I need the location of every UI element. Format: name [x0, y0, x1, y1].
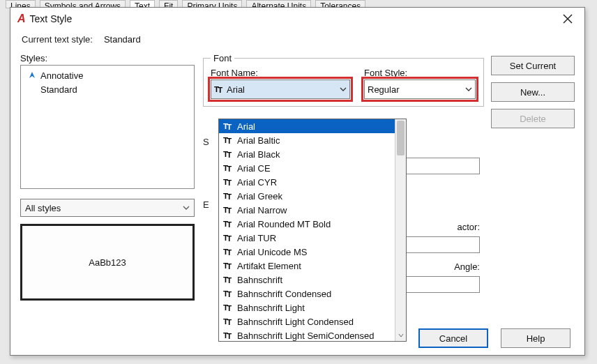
set-current-button[interactable]: Set Current [491, 56, 575, 75]
svg-text:T: T [227, 206, 232, 215]
oblique-angle-label-suffix: Angle: [454, 261, 480, 272]
truetype-icon: TT [223, 149, 233, 159]
truetype-icon: TT [223, 135, 233, 145]
font-option[interactable]: TTBahnschrift Condensed [219, 287, 406, 301]
truetype-icon: TT [223, 331, 233, 340]
font-option[interactable]: TTArial Rounded MT Bold [219, 217, 406, 231]
font-option[interactable]: TTArial Baltic [219, 133, 406, 147]
style-item-label: Standard [40, 84, 77, 95]
truetype-icon: TT [223, 289, 233, 298]
font-option[interactable]: TTBahnschrift Light SemiCondensed [219, 328, 406, 342]
svg-text:T: T [227, 276, 232, 285]
current-style-label: Current text style: [22, 34, 93, 45]
font-option[interactable]: TTBahnschrift Light [219, 301, 406, 314]
new-button[interactable]: New... [491, 82, 575, 102]
font-option[interactable]: TTArial Greek [219, 189, 406, 203]
chevron-down-icon [183, 204, 190, 211]
styles-filter-select[interactable]: All styles [20, 199, 195, 217]
font-option-label: Arial CYR [237, 177, 277, 188]
truetype-icon: TT [223, 317, 233, 326]
font-group: Font Font Name: TT Arial Font Style: [203, 53, 484, 107]
svg-text:T: T [227, 332, 232, 340]
font-style-label: Font Style: [364, 68, 476, 78]
styles-label: Styles: [20, 53, 195, 63]
font-option-label: Bahnschrift Light Condensed [237, 317, 354, 327]
truetype-icon: TT [223, 247, 233, 257]
font-option-label: Arial Narrow [237, 205, 287, 215]
styles-listbox[interactable]: Annotative Standard [20, 65, 195, 189]
font-name-label: Font Name: [211, 68, 350, 78]
svg-text:T: T [218, 86, 222, 94]
effects-group-prefix: E [203, 199, 209, 210]
close-icon [563, 14, 573, 24]
svg-text:T: T [227, 165, 232, 173]
font-option[interactable]: TTArial CYR [219, 175, 406, 189]
scroll-down-icon[interactable] [395, 330, 406, 341]
truetype-icon: TT [223, 303, 233, 312]
font-option[interactable]: TTArial CE [219, 161, 406, 175]
annotative-icon [28, 71, 36, 79]
truetype-icon: TT [223, 205, 233, 215]
font-name-value: Arial [227, 84, 245, 95]
current-style-value: Standard [104, 34, 141, 45]
svg-text:T: T [227, 179, 232, 187]
preview-text: AaBb123 [89, 257, 126, 268]
font-style-combo[interactable]: Regular [364, 79, 476, 99]
dialog-title: Text Style [30, 13, 558, 24]
svg-text:T: T [227, 318, 232, 326]
font-option-label: Artifakt Element [237, 261, 301, 271]
font-option-label: Arial Unicode MS [237, 247, 307, 257]
svg-text:T: T [227, 262, 232, 271]
cancel-button[interactable]: Cancel [418, 328, 488, 348]
font-option-label: Bahnschrift [237, 275, 282, 285]
svg-text:T: T [227, 123, 232, 131]
svg-text:T: T [227, 151, 232, 159]
font-option[interactable]: TTArial Black [219, 147, 406, 161]
font-option[interactable]: TTBahnschrift [219, 273, 406, 287]
titlebar: A Text Style [10, 8, 584, 30]
preview-box: AaBb123 [20, 224, 195, 301]
font-option-label: Arial TUR [237, 233, 276, 243]
svg-text:T: T [227, 304, 232, 312]
font-option-label: Arial Greek [237, 191, 282, 202]
scroll-thumb[interactable] [397, 121, 405, 156]
style-item-label: Annotative [40, 70, 83, 81]
app-logo-icon: A [17, 13, 26, 25]
svg-text:T: T [227, 290, 232, 298]
chevron-down-icon [465, 86, 472, 93]
font-option[interactable]: TTArtifakt Element [219, 259, 406, 273]
svg-text:T: T [227, 192, 232, 201]
font-option[interactable]: TTBahnschrift Light Condensed [219, 314, 406, 328]
truetype-icon: TT [223, 233, 233, 243]
font-group-label: Font [211, 53, 234, 63]
font-option-label: Arial Baltic [237, 135, 280, 146]
svg-text:T: T [227, 234, 232, 243]
font-option[interactable]: TTArial Narrow [219, 203, 406, 217]
truetype-icon: TT [223, 275, 233, 285]
svg-text:T: T [227, 220, 232, 229]
current-style-row: Current text style: Standard [10, 30, 584, 49]
font-option-label: Arial Black [237, 149, 280, 160]
styles-filter-value: All styles [25, 203, 61, 213]
font-name-combo[interactable]: TT Arial [211, 79, 350, 99]
chevron-down-icon [340, 86, 347, 93]
size-group-prefix: S [203, 137, 209, 147]
font-option-label: Arial [237, 121, 255, 132]
delete-button: Delete [491, 109, 575, 128]
font-option[interactable]: TTArial Unicode MS [219, 245, 406, 259]
font-option-label: Bahnschrift Light [237, 303, 305, 313]
font-option[interactable]: TTArial [219, 119, 406, 133]
truetype-icon: TT [223, 121, 233, 131]
help-button[interactable]: Help [501, 328, 570, 348]
truetype-icon: TT [223, 163, 233, 173]
font-name-dropdown[interactable]: TTArialTTArial BalticTTArial BlackTTAria… [218, 119, 407, 342]
style-item-standard[interactable]: Standard [25, 82, 190, 96]
truetype-icon: TT [214, 84, 224, 94]
dropdown-scrollbar[interactable] [395, 119, 406, 341]
svg-text:T: T [227, 248, 232, 257]
truetype-icon: TT [223, 177, 233, 187]
style-item-annotative[interactable]: Annotative [25, 68, 190, 82]
close-button[interactable] [558, 9, 577, 29]
truetype-icon: TT [223, 219, 233, 229]
font-option[interactable]: TTArial TUR [219, 231, 406, 245]
